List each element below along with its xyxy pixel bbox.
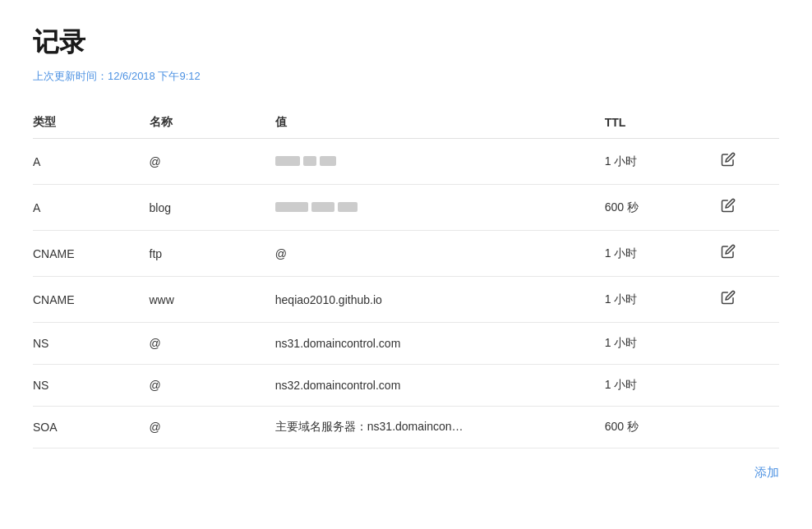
cell-value: heqiao2010.github.io	[275, 277, 605, 323]
cell-type: NS	[33, 365, 150, 407]
table-row: CNAMEwwwheqiao2010.github.io1 小时	[33, 277, 779, 323]
cell-name: www	[150, 277, 275, 323]
table-row: CNAMEftp@1 小时	[33, 231, 779, 277]
cell-type: A	[33, 185, 150, 231]
cell-value: 主要域名服务器：ns31.domaincon…	[275, 407, 605, 448]
cell-name: ftp	[150, 231, 275, 277]
cell-type: SOA	[33, 407, 150, 448]
cell-value: ns31.domaincontrol.com	[275, 323, 605, 365]
col-header-name: 名称	[150, 107, 275, 139]
cell-ttl: 600 秒	[605, 185, 722, 231]
cell-name: @	[150, 323, 275, 365]
col-header-ttl: TTL	[605, 107, 722, 139]
edit-icon[interactable]	[721, 244, 736, 263]
cell-action[interactable]	[721, 231, 779, 277]
table-row: A@1 小时	[33, 139, 779, 185]
last-update-label: 上次更新时间：	[33, 70, 108, 82]
cell-name: blog	[150, 185, 275, 231]
cell-type: A	[33, 139, 150, 185]
edit-icon[interactable]	[721, 152, 736, 171]
cell-action	[721, 407, 779, 448]
cell-ttl: 1 小时	[605, 139, 722, 185]
table-row: NS@ns32.domaincontrol.com1 小时	[33, 365, 779, 407]
cell-value: @	[275, 231, 605, 277]
pencil-icon	[721, 290, 736, 305]
table-row: SOA@主要域名服务器：ns31.domaincon…600 秒	[33, 407, 779, 448]
cell-action[interactable]	[721, 277, 779, 323]
cell-value	[275, 139, 605, 185]
cell-ttl: 1 小时	[605, 277, 722, 323]
table-row: Ablog600 秒	[33, 185, 779, 231]
records-table: 类型 名称 值 TTL A@1 小时 Ablog600 秒 CNAMEftp@1…	[33, 107, 779, 448]
cell-action	[721, 365, 779, 407]
page-title: 记录	[33, 25, 779, 61]
cell-ttl: 600 秒	[605, 407, 722, 448]
cell-action	[721, 323, 779, 365]
pencil-icon	[721, 152, 736, 167]
col-header-type: 类型	[33, 107, 150, 139]
cell-ttl: 1 小时	[605, 365, 722, 407]
pencil-icon	[721, 244, 736, 259]
last-update-value: 12/6/2018 下午9:12	[108, 70, 201, 82]
col-header-value: 值	[275, 107, 605, 139]
cell-name: @	[150, 407, 275, 448]
cell-value	[275, 185, 605, 231]
cell-type: NS	[33, 323, 150, 365]
cell-type: CNAME	[33, 231, 150, 277]
cell-action[interactable]	[721, 139, 779, 185]
table-row: NS@ns31.domaincontrol.com1 小时	[33, 323, 779, 365]
pencil-icon	[721, 198, 736, 213]
last-update: 上次更新时间：12/6/2018 下午9:12	[33, 69, 779, 84]
cell-action[interactable]	[721, 185, 779, 231]
cell-ttl: 1 小时	[605, 323, 722, 365]
add-button[interactable]: 添加	[33, 465, 779, 481]
cell-name: @	[150, 365, 275, 407]
col-header-action	[721, 107, 779, 139]
edit-icon[interactable]	[721, 290, 736, 309]
cell-value: ns32.domaincontrol.com	[275, 365, 605, 407]
edit-icon[interactable]	[721, 198, 736, 217]
cell-ttl: 1 小时	[605, 231, 722, 277]
cell-type: CNAME	[33, 277, 150, 323]
cell-name: @	[150, 139, 275, 185]
